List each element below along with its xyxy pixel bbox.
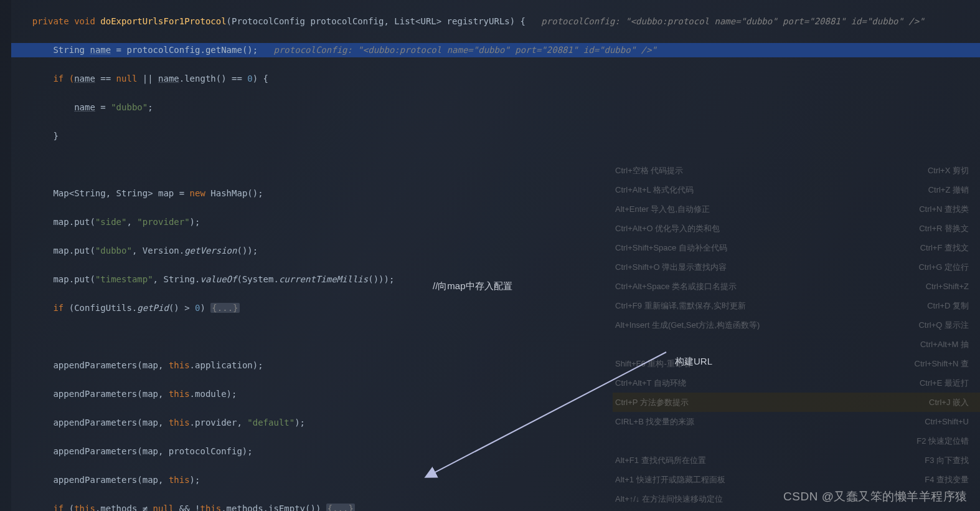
code-fold[interactable]: {...}	[210, 303, 239, 313]
annotation-map-config: //向map中存入配置	[433, 279, 512, 293]
inline-hint-label: protocolConfig:	[541, 16, 620, 26]
modifier-keyword: private void	[32, 16, 95, 26]
gutter	[0, 0, 11, 511]
method-params: (ProtocolConfig protocolConfig, List<URL…	[227, 16, 525, 26]
watermark: CSDN @又蠢又笨的懒羊羊程序猿	[783, 489, 968, 504]
method-name: doExportUrlsFor1Protocol	[100, 16, 226, 26]
inline-hint-value: "<dubbo:protocol name="dubbo" port="2088…	[625, 16, 924, 26]
code-fold[interactable]: {...}	[326, 504, 355, 511]
annotation-build-url: 构建URL	[675, 354, 712, 368]
code-editor[interactable]: private void doExportUrlsFor1Protocol(Pr…	[0, 0, 980, 511]
code-area[interactable]: private void doExportUrlsFor1Protocol(Pr…	[11, 0, 980, 511]
